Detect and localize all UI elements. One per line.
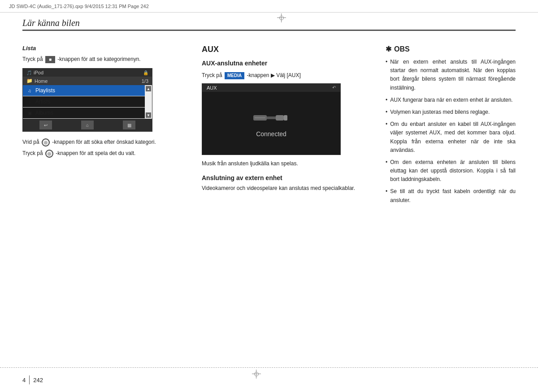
obs-list: • När en extern enhet ansluts till AUX-i… — [386, 58, 516, 205]
albums-icon: ▣ — [26, 111, 33, 116]
obs-header: ✱ OBS — [386, 45, 516, 53]
obs-star-icon: ✱ — [386, 45, 391, 53]
playlists-label: Playlists — [35, 87, 141, 94]
knob-vrid-part1: Vrid på — [22, 139, 39, 145]
scroll-bar: ▲ ▼ — [145, 85, 152, 119]
crosshair-top — [276, 13, 287, 23]
aux-instr-part2: -knappen ▶ Välj [AUX] — [247, 72, 300, 78]
nav-home-icon[interactable]: ⌂ — [81, 121, 94, 129]
top-bar-text: JD SWD-4C (Audio_171-276).qxp 9/4/2015 1… — [9, 4, 149, 9]
svg-rect-3 — [284, 115, 287, 121]
ipod-lock-icon: 🔒 — [143, 70, 148, 75]
ipod-header-left: 🎵 iPod — [26, 70, 43, 75]
obs-text-5: Om den externa enheten är ansluten till … — [390, 158, 516, 184]
knob-tryck-part2: -knappen för att spela det du valt. — [56, 150, 135, 156]
obs-item-4: • Om du enbart ansluter en kabel till AU… — [386, 120, 516, 155]
obs-item-6: • Se till att du tryckt fast kabeln orde… — [386, 187, 516, 204]
section-title-underline — [22, 30, 516, 31]
obs-bullet-4: • — [386, 120, 387, 155]
main-content: Lista Tryck på ■ -knappen för att se kat… — [22, 36, 516, 365]
ipod-title: iPod — [34, 70, 43, 75]
knob-instruction1: Vrid på ◎ -knappen för att söka efter ön… — [22, 138, 188, 146]
aux-caption: Musik från ansluten ljudkälla kan spelas… — [202, 159, 368, 168]
ipod-home-label: Home — [35, 78, 48, 84]
nav-back-icon[interactable]: ↩ — [39, 121, 52, 129]
obs-item-5: • Om den externa enheten är ansluten til… — [386, 158, 516, 184]
scroll-up[interactable]: ▲ — [146, 86, 151, 91]
aux-cable-svg — [253, 109, 289, 127]
right-column: ✱ OBS • När en extern enhet ansluts till… — [377, 36, 516, 365]
section-title: Lär känna bilen — [22, 18, 80, 28]
obs-title: OBS — [394, 45, 410, 53]
obs-bullet-6: • — [386, 187, 387, 204]
obs-text-6: Se till att du tryckt fast kabeln ordent… — [390, 187, 516, 204]
aux-screen-header: AUX ↶ — [202, 84, 340, 92]
folder-icon: 🎵 — [26, 70, 32, 75]
aux-screen-title: AUX — [207, 85, 217, 90]
albums-label: Albums — [35, 110, 141, 116]
chapter-number: 4 — [22, 377, 26, 383]
knob-instruction2: Tryck på ◎ -knappen för att spela det du… — [22, 149, 188, 158]
ipod-item-albums[interactable]: ▣ Albums — [23, 108, 145, 119]
knob-icon-1: ◎ — [42, 138, 50, 146]
page-divider — [29, 375, 30, 384]
aux-instr-part1: Tryck på — [202, 72, 222, 78]
left-column: Lista Tryck på ■ -knappen för att se kat… — [22, 36, 188, 365]
obs-text-1: När en extern enhet ansluts till AUX-ing… — [390, 58, 516, 92]
obs-item-2: • AUX fungerar bara när en extern enhet … — [386, 96, 516, 104]
obs-text-4: Om du enbart ansluter en kabel till AUX-… — [390, 120, 516, 155]
aux-screen: AUX ↶ Connected — [202, 83, 341, 155]
scroll-down[interactable]: ▼ — [146, 112, 151, 118]
knob-icon-2: ◎ — [45, 150, 53, 158]
aux-signal-icon: ↶ — [332, 85, 336, 90]
aux-screen-body: Connected — [202, 92, 340, 155]
artists-icon: ♪ — [26, 99, 33, 104]
page-number: 4 242 — [22, 375, 43, 384]
knob-vrid-part2: -knappen för att söka efter önskad kateg… — [52, 139, 156, 145]
aux-main-title: AUX — [202, 45, 368, 54]
svg-rect-2 — [276, 115, 284, 121]
obs-bullet-1: • — [386, 58, 387, 92]
obs-item-1: • När en extern enhet ansluts till AUX-i… — [386, 58, 516, 92]
obs-text-3: Volymen kan justeras med bilens reglage. — [390, 108, 490, 116]
svg-rect-1 — [267, 116, 276, 119]
mid-column: AUX AUX-anslutna enheter Tryck på MEDIA … — [188, 36, 377, 365]
lista-label: Lista — [22, 45, 188, 52]
obs-bullet-3: • — [386, 108, 387, 116]
ipod-items: ♫ Playlists ♪ Artists ▣ Albums — [23, 85, 145, 119]
lista-instruction1: Tryck på ■ -knappen för att se kategorim… — [22, 55, 188, 64]
page-number-text: 242 — [33, 377, 43, 383]
list-button: ■ — [45, 56, 55, 63]
ipod-screen: 🎵 iPod 🔒 📁 Home 1/3 ♫ Playlists — [22, 68, 152, 132]
aux-instruction1: Tryck på MEDIA -knappen ▶ Välj [AUX] — [202, 71, 368, 80]
anslutning-title: Anslutning av extern enhet — [202, 174, 368, 181]
knob-tryck-part1: Tryck på — [22, 150, 43, 156]
ipod-page: 1/3 — [142, 78, 148, 84]
home-folder-icon: 📁 — [26, 78, 33, 84]
nav-menu-icon[interactable]: ▦ — [123, 121, 135, 129]
ipod-list-container: ♫ Playlists ♪ Artists ▣ Albums ▲ ▼ — [23, 85, 152, 119]
ipod-nav-bar: ↩ ⌂ ▦ — [23, 119, 152, 131]
obs-text-2: AUX fungerar bara när en extern enhet är… — [390, 96, 513, 104]
playlists-icon: ♫ — [26, 88, 33, 93]
obs-item-3: • Volymen kan justeras med bilens reglag… — [386, 108, 516, 116]
footer: 4 242 — [0, 367, 538, 392]
aux-subtitle1: AUX-anslutna enheter — [202, 60, 368, 67]
ipod-header: 🎵 iPod 🔒 — [23, 69, 152, 77]
media-button: MEDIA — [225, 72, 244, 79]
connected-text: Connected — [256, 130, 286, 138]
artists-label: Artists — [35, 99, 141, 105]
anslutning-text: Videokameror och videospelare kan anslut… — [202, 184, 368, 193]
ipod-item-artists[interactable]: ♪ Artists — [23, 96, 145, 108]
ipod-item-playlists[interactable]: ♫ Playlists — [23, 85, 145, 96]
ipod-breadcrumb: 📁 Home 1/3 — [23, 77, 152, 85]
top-bar: JD SWD-4C (Audio_171-276).qxp 9/4/2015 1… — [0, 0, 538, 13]
instruction1-part1: Tryck på — [22, 56, 43, 62]
obs-bullet-2: • — [386, 96, 387, 104]
obs-bullet-5: • — [386, 158, 387, 184]
instruction1-part2: -knappen för att se kategorimenyn. — [57, 56, 140, 62]
ipod-home-left: 📁 Home — [26, 78, 48, 84]
